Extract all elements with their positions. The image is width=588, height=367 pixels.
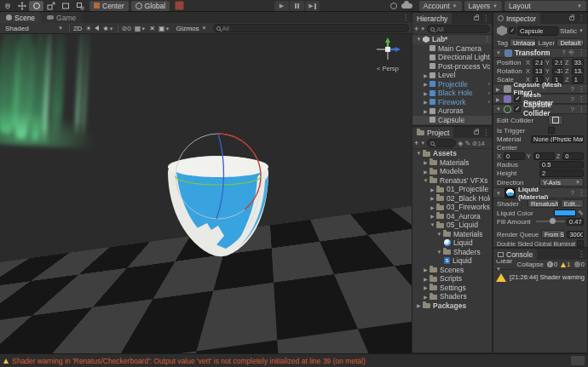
more-icon[interactable]: ⋮	[578, 49, 585, 57]
more-icon[interactable]: ⋮	[578, 106, 585, 113]
project-item[interactable]: ▶Shaders	[412, 292, 492, 301]
material-preview-thumbnail[interactable]	[504, 187, 516, 198]
preset-icon[interactable]: ⎆	[569, 49, 574, 57]
tab-inspector[interactable]: Inspector	[493, 13, 540, 24]
lock-icon[interactable]	[569, 16, 574, 20]
prefab-open-icon[interactable]: ›	[488, 81, 490, 87]
search-by-label-icon[interactable]: ✎	[464, 140, 470, 147]
info-count[interactable]: i0	[547, 261, 557, 268]
2d-toggle[interactable]: 2D	[73, 25, 82, 32]
capsule-collider-header[interactable]: ▼ Capsule Collider ?⋮	[493, 104, 587, 114]
position-x-field[interactable]: 2.8	[533, 59, 544, 66]
liquid-color-swatch[interactable]	[554, 209, 576, 216]
prefab-open-icon[interactable]: ›	[488, 90, 490, 96]
foldout-icon[interactable]: ▶	[422, 90, 429, 96]
layout-dropdown[interactable]: Layout ▼	[504, 1, 586, 11]
fill-amount-field[interactable]: 0.47	[567, 218, 584, 226]
transform-header[interactable]: ▼ Transform ?⎆⋮	[493, 48, 587, 58]
help-icon[interactable]: ?	[571, 189, 574, 197]
hierarchy-item[interactable]: Post-process Volume	[412, 62, 492, 72]
project-item[interactable]: ▶Packages	[412, 301, 492, 311]
perspective-label[interactable]: < Persp	[369, 65, 406, 72]
hierarchy-item[interactable]: Main Camera	[412, 44, 492, 54]
help-icon[interactable]: ?	[571, 106, 574, 113]
project-item[interactable]: ▶03_Fireworks	[412, 203, 492, 212]
effects-dropdown[interactable]: ★▼	[102, 25, 113, 32]
tab-game[interactable]: Game	[41, 12, 82, 23]
rotation-z-field[interactable]: 13.915	[572, 67, 584, 75]
foldout-icon[interactable]: ▼	[429, 222, 436, 227]
scale-tool-button[interactable]	[43, 1, 58, 11]
prefab-open-icon[interactable]: ›	[488, 99, 490, 105]
shader-dropdown[interactable]: Renatus/Liquid▼	[527, 199, 559, 208]
position-z-field[interactable]: 33.117	[572, 59, 584, 66]
more-icon[interactable]: ⋮	[578, 189, 585, 197]
edit-collider-button[interactable]	[548, 115, 563, 125]
scene-lighting-toggle[interactable]: ☀	[85, 25, 91, 32]
foldout-icon[interactable]: ▶	[429, 186, 436, 192]
progress-icon[interactable]	[390, 3, 397, 9]
error-count[interactable]: 0	[574, 261, 585, 268]
layers-dropdown[interactable]: Layers ▼	[464, 1, 502, 11]
pane-menu-icon[interactable]: ⋮	[578, 250, 585, 258]
height-field[interactable]: 2	[539, 169, 584, 177]
hierarchy-item-scene[interactable]: ▼ Lab* ⋮	[412, 35, 492, 44]
help-icon[interactable]: ?	[562, 49, 565, 57]
foldout-icon[interactable]: ▶	[422, 81, 429, 87]
shader-edit-button[interactable]: Edit...	[561, 199, 584, 208]
slider-thumb[interactable]	[550, 218, 556, 224]
rotate-tool-button[interactable]	[29, 1, 43, 11]
lock-icon[interactable]	[474, 130, 479, 135]
render-queue-field[interactable]: 3000	[567, 231, 584, 238]
foldout-icon[interactable]: ▶	[422, 284, 429, 290]
project-search-input[interactable]	[427, 139, 456, 147]
foldout-icon[interactable]: ▶	[422, 159, 429, 165]
project-item[interactable]: ▶Scenes	[412, 266, 492, 275]
scene-camera-dropdown[interactable]: ▣▼	[159, 25, 170, 32]
orientation-gizmo[interactable]: < Persp	[369, 36, 406, 73]
eyedropper-icon[interactable]: ✎	[578, 209, 584, 217]
tab-hierarchy[interactable]: Hierarchy	[412, 13, 452, 24]
project-item[interactable]: ▼Renatus' VFXs	[412, 176, 492, 186]
account-dropdown[interactable]: Account ▼	[419, 1, 462, 11]
dsgi-checkbox[interactable]	[577, 240, 584, 247]
scene-menu-icon[interactable]: ⋮	[484, 36, 490, 43]
hidden-packages-count[interactable]: ⊘14	[472, 140, 485, 147]
shading-mode-dropdown[interactable]: Shaded ▼	[3, 25, 66, 32]
foldout-icon[interactable]: ▶	[429, 195, 436, 201]
lock-icon[interactable]	[474, 16, 479, 20]
hierarchy-item[interactable]: ▶ Auroras	[412, 106, 492, 116]
foldout-icon[interactable]: ▶	[422, 72, 429, 78]
foldout-icon[interactable]: ▶	[422, 267, 429, 272]
foldout-icon[interactable]: ▼	[496, 50, 502, 55]
pivot-center-button[interactable]: Center	[89, 1, 129, 11]
project-item[interactable]: ▶01_Projectile	[412, 185, 492, 194]
project-item[interactable]: ▶Models	[412, 167, 492, 176]
hierarchy-item-selected[interactable]: Capsule	[412, 116, 492, 125]
hierarchy-item-prefab[interactable]: ▶ Firework ›	[412, 98, 492, 107]
project-item[interactable]: ▶Settings	[412, 284, 492, 293]
hand-tool-button[interactable]	[0, 1, 14, 11]
project-item[interactable]: ▶02_Black Hole	[412, 194, 492, 204]
collapse-button[interactable]: Collapse	[517, 261, 544, 268]
foldout-icon[interactable]: ▶	[429, 213, 436, 219]
foldout-icon[interactable]: ▼	[435, 249, 443, 255]
foldout-icon[interactable]: ▶	[422, 276, 429, 282]
rect-tool-button[interactable]	[58, 1, 72, 11]
search-by-type-icon[interactable]: ◈	[458, 140, 463, 147]
hierarchy-search-input[interactable]: All	[427, 25, 490, 33]
project-item-material[interactable]: Liquid	[412, 238, 492, 248]
pane-menu-icon[interactable]: ⋮	[402, 14, 409, 21]
more-icon[interactable]: ⋮	[578, 95, 585, 103]
pause-button[interactable]	[290, 1, 304, 11]
pane-menu-icon[interactable]: ⋮	[482, 14, 489, 22]
mesh-renderer-enabled-checkbox[interactable]	[514, 95, 521, 102]
project-item[interactable]: ▼05_Liquid	[412, 221, 492, 230]
material-header[interactable]: ▼ Liquid (Material) ?⋮	[493, 187, 587, 198]
position-y-field[interactable]: 2.92	[552, 59, 563, 66]
create-object-button[interactable]: +	[414, 25, 418, 33]
scene-viewport[interactable]: < Persp	[0, 34, 412, 353]
physic-material-field[interactable]: None (Physic Mate ⊙	[531, 135, 584, 143]
help-icon[interactable]: ?	[571, 85, 574, 93]
foldout-icon[interactable]: ▶	[496, 86, 501, 92]
